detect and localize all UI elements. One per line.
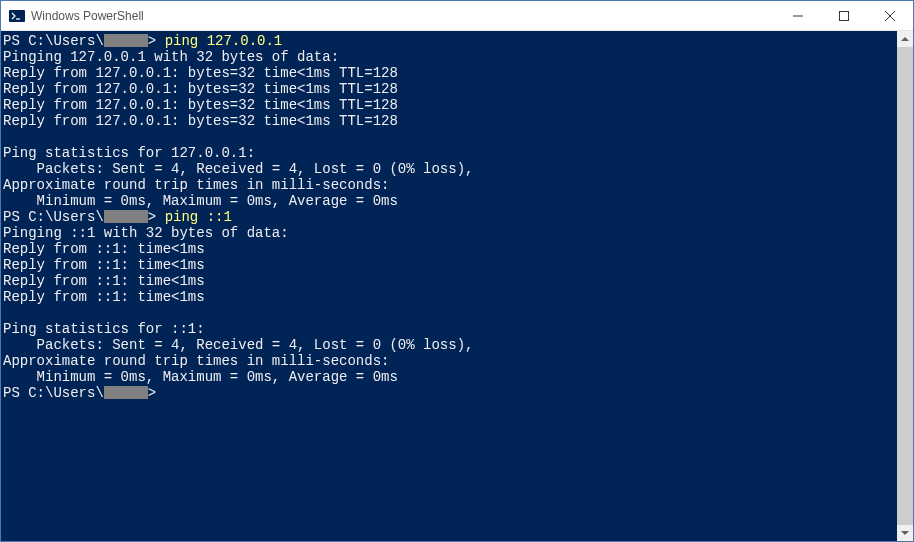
output-line: Reply from ::1: time<1ms [3, 289, 897, 305]
titlebar[interactable]: Windows PowerShell [1, 1, 913, 31]
titlebar-left: Windows PowerShell [9, 8, 144, 24]
blank-line [3, 129, 897, 145]
command-text: ping ::1 [165, 209, 232, 225]
redacted-username [104, 386, 148, 399]
vertical-scrollbar[interactable] [897, 31, 913, 541]
svg-rect-0 [9, 10, 25, 22]
scroll-thumb[interactable] [897, 47, 913, 525]
terminal-area: PS C:\Users\> ping 127.0.0.1Pinging 127.… [1, 31, 913, 541]
output-line: Reply from ::1: time<1ms [3, 257, 897, 273]
output-line: Reply from 127.0.0.1: bytes=32 time<1ms … [3, 81, 897, 97]
terminal[interactable]: PS C:\Users\> ping 127.0.0.1Pinging 127.… [1, 31, 897, 541]
scroll-up-arrow-icon[interactable] [897, 31, 913, 47]
output-line: Reply from 127.0.0.1: bytes=32 time<1ms … [3, 113, 897, 129]
svg-rect-3 [840, 11, 849, 20]
ps-prompt: PS C:\Users\ [3, 209, 104, 225]
command-text: ping 127.0.0.1 [165, 33, 283, 49]
close-button[interactable] [867, 1, 913, 30]
blank-line [3, 305, 897, 321]
output-line: Packets: Sent = 4, Received = 4, Lost = … [3, 161, 897, 177]
output-line: Reply from 127.0.0.1: bytes=32 time<1ms … [3, 65, 897, 81]
output-line: Minimum = 0ms, Maximum = 0ms, Average = … [3, 369, 897, 385]
output-line: Reply from ::1: time<1ms [3, 241, 897, 257]
ps-prompt-suffix: > [148, 33, 165, 49]
output-line: Reply from 127.0.0.1: bytes=32 time<1ms … [3, 97, 897, 113]
redacted-username [104, 34, 148, 47]
output-line: Ping statistics for 127.0.0.1: [3, 145, 897, 161]
window-title: Windows PowerShell [31, 9, 144, 23]
ps-prompt: PS C:\Users\ [3, 33, 104, 49]
powershell-icon [9, 8, 25, 24]
output-line: Packets: Sent = 4, Received = 4, Lost = … [3, 337, 897, 353]
redacted-username [104, 210, 148, 223]
maximize-button[interactable] [821, 1, 867, 30]
output-line: Approximate round trip times in milli-se… [3, 353, 897, 369]
ps-prompt: PS C:\Users\ [3, 385, 104, 401]
minimize-button[interactable] [775, 1, 821, 30]
output-line: Ping statistics for ::1: [3, 321, 897, 337]
output-line: Minimum = 0ms, Maximum = 0ms, Average = … [3, 193, 897, 209]
output-line: Pinging 127.0.0.1 with 32 bytes of data: [3, 49, 897, 65]
scroll-track[interactable] [897, 47, 913, 525]
scroll-down-arrow-icon[interactable] [897, 525, 913, 541]
window-controls [775, 1, 913, 30]
ps-prompt-suffix: > [148, 385, 165, 401]
output-line: Reply from ::1: time<1ms [3, 273, 897, 289]
output-line: Approximate round trip times in milli-se… [3, 177, 897, 193]
output-line: Pinging ::1 with 32 bytes of data: [3, 225, 897, 241]
ps-prompt-suffix: > [148, 209, 165, 225]
